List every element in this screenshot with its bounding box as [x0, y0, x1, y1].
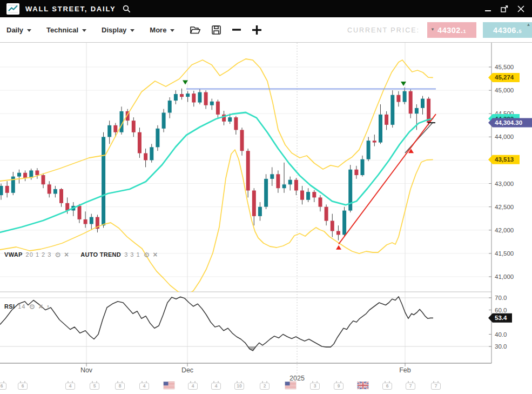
rsi-panel [0, 297, 433, 351]
main-price-panel [0, 59, 436, 295]
chart-area[interactable]: 45,50045,00044,50044,00043,00042,50042,0… [0, 43, 532, 394]
candlestick-series [0, 88, 430, 241]
vwap-params: 20 1 2 3 [26, 251, 52, 258]
calendar-event-icon[interactable]: 2 [260, 383, 270, 390]
current-price-label: CURRENT PRICE: [347, 26, 420, 34]
close-button[interactable] [517, 5, 524, 12]
calendar-event-icon[interactable]: 5 [90, 383, 99, 390]
price-axis-label: 45,500 [495, 64, 514, 70]
autotrend-indicator-label: AUTO TREND [80, 251, 121, 258]
auto-trend-support-segment[interactable] [405, 122, 433, 153]
price-down-arrow-icon: ▼ [430, 28, 435, 32]
menu-more[interactable]: More [150, 26, 174, 34]
search-icon[interactable] [123, 5, 131, 13]
rsi-axis-label: 70.0 [495, 295, 507, 301]
price-axis-badge: 43,513 [495, 156, 514, 163]
price-axis-label: 41,000 [495, 273, 514, 280]
event-marker-row: 6645844410239677 [0, 380, 532, 393]
autotrend-params: 3 3 1 [124, 251, 140, 258]
chevron-down-icon [170, 29, 174, 32]
rsi-settings-icon[interactable]: ⚙ [29, 304, 36, 310]
rsi-indicator-label: RSI [4, 303, 15, 310]
calendar-event-icon[interactable]: 3 [310, 383, 320, 390]
chart-toolbar: DailyTechnicalDisplayMore CURRENT PRICE:… [0, 17, 532, 43]
autotrend-settings-icon[interactable]: ⚙ [144, 252, 150, 258]
bid-price-badge: ▼ 44302.1 [427, 22, 476, 38]
rsi-remove-icon[interactable]: × [38, 304, 43, 310]
calendar-event-icon[interactable]: 7 [406, 383, 415, 390]
minimize-button[interactable] [485, 5, 491, 12]
month-axis-label: Nov [80, 366, 93, 374]
calendar-event-icon[interactable]: 4 [211, 383, 221, 390]
window-controls [485, 5, 526, 12]
save-template-button[interactable] [212, 25, 221, 35]
calendar-event-icon[interactable]: 6 [18, 383, 28, 390]
vwap-indicator-label: VWAP [4, 251, 23, 258]
price-axis-label: 42,000 [495, 227, 514, 233]
chevron-down-icon [82, 29, 86, 32]
chevron-down-icon [27, 29, 31, 32]
menu-display[interactable]: Display [102, 26, 134, 34]
window-titlebar: WALL STREET, DAILY [0, 0, 532, 17]
us-flag-news-icon[interactable] [285, 382, 297, 389]
price-axis-label: 41,500 [495, 250, 514, 257]
price-axis-label: 45,000 [495, 87, 514, 94]
rsi-line [0, 297, 433, 351]
ask-price-badge: 44306.5 ▲ [483, 22, 532, 38]
current-price-panel: CURRENT PRICE: ▼ 44302.1 44306.5 ▲ [347, 22, 532, 38]
rsi-params: 14 [18, 303, 25, 310]
rsi-move-up-icon[interactable]: ↑ [46, 304, 50, 310]
rsi-axis-label: 60.0 [495, 307, 507, 313]
zoom-in-button[interactable] [252, 25, 261, 35]
calendar-event-icon[interactable]: 6 [382, 383, 392, 390]
autotrend-remove-icon[interactable]: × [153, 252, 157, 258]
price-chart-svg: 45,50045,00044,50044,00043,00042,50042,0… [0, 43, 532, 394]
menu-technical[interactable]: Technical [46, 26, 86, 34]
menu-daily[interactable]: Daily [6, 26, 31, 34]
vwap-remove-icon[interactable]: × [64, 252, 69, 258]
auto-trend-line[interactable] [339, 114, 436, 244]
calendar-event-icon[interactable]: 7 [431, 383, 441, 390]
rsi-axis-label: 40.0 [495, 331, 507, 338]
price-axis-label: 44,000 [495, 133, 514, 140]
buy-signal-marker-icon [336, 245, 341, 250]
month-axis-label: Dec [181, 366, 193, 374]
ask-price-value: 44306. [493, 26, 518, 35]
calendar-event-icon[interactable]: 6 [0, 383, 6, 390]
zoom-out-button[interactable] [232, 25, 241, 34]
uk-flag-news-icon[interactable] [358, 382, 369, 389]
price-axis-label: 43,000 [495, 181, 514, 187]
price-axis-badge: 45,274 [495, 74, 514, 81]
rsi-legend-row: RSI 14 ⚙ × ↑ [4, 303, 50, 310]
app-logo-icon [6, 3, 19, 15]
chevron-down-icon [130, 29, 134, 32]
bollinger-upper-band [0, 59, 433, 181]
calendar-event-icon[interactable]: 9 [334, 383, 344, 390]
open-template-button[interactable] [190, 25, 200, 35]
bollinger-lower-band [0, 150, 433, 295]
price-up-arrow-icon: ▲ [527, 23, 531, 27]
vwap-settings-icon[interactable]: ⚙ [55, 252, 61, 258]
axes: 45,50045,00044,50044,00043,00042,50042,0… [0, 43, 514, 382]
rsi-axis-label: 30.0 [495, 343, 507, 350]
price-axis-label: 42,500 [495, 204, 514, 210]
us-flag-news-icon[interactable] [164, 382, 175, 389]
rsi-value-badge: 53.4 [495, 315, 507, 321]
price-axis-badge: 44,304.30 [495, 119, 522, 126]
indicator-legend-row: VWAP 20 1 2 3 ⚙ × AUTO TREND 3 3 1 ⚙ × [4, 251, 157, 258]
calendar-event-icon[interactable]: 8 [115, 383, 125, 390]
calendar-event-icon[interactable]: 4 [65, 383, 75, 390]
chart-title: WALL STREET, DAILY [25, 5, 116, 13]
calendar-event-icon[interactable]: 4 [139, 383, 149, 390]
calendar-event-icon[interactable]: 4 [188, 383, 198, 390]
popout-button[interactable] [501, 5, 508, 12]
bid-price-value: 44302. [437, 26, 463, 35]
calendar-event-icon[interactable]: 10 [234, 383, 244, 390]
month-axis-label: Feb [399, 366, 411, 374]
